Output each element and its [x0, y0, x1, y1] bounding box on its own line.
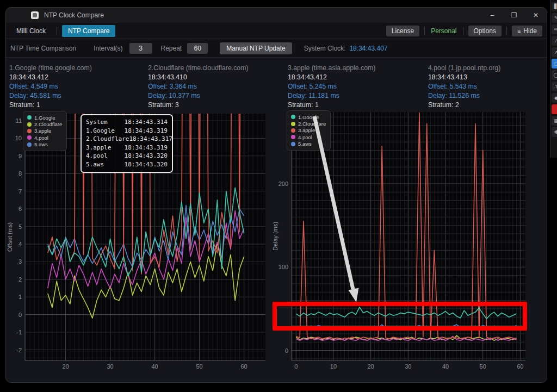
tooltip-time: 18:34:43.317 [129, 135, 172, 144]
tab-milli-clock[interactable]: Milli Clock [10, 25, 52, 37]
legend-item[interactable]: 1.Google [291, 114, 326, 120]
y-tick-label: -1 [16, 329, 22, 335]
legend-item[interactable]: 2.Cloudflare [27, 121, 62, 127]
legend-color-dot [27, 122, 32, 127]
legend-color-dot [27, 135, 32, 140]
edge-tool-11[interactable]: ▦ [552, 116, 557, 126]
server-offset: Offset: 4.549 ms [9, 82, 92, 91]
desktop: NTP Clock Compare – ❐ ✕ Milli Clock NTP … [0, 0, 557, 392]
legend-item[interactable]: 4.pool [27, 134, 62, 141]
tooltip-time: 18:34:43.319 [125, 144, 168, 152]
x-tick-label: 0 [294, 363, 298, 370]
y-axis-title: Offset (ms) [7, 222, 13, 252]
y-tick-label: 10 [15, 135, 22, 141]
section-title: NTP Time Comparison [10, 45, 76, 52]
repeat-label: Repeat [161, 45, 182, 52]
server-card-cloudflare: 2.Cloudflare (time.cloudflare.com) 18:34… [148, 64, 249, 110]
server-name: 4.pool (1.jp.pool.ntp.org) [428, 64, 500, 73]
options-button[interactable]: Options [468, 26, 502, 36]
offset-chart-legend: 1.Google2.Cloudflare3.apple4.pool5.aws [23, 111, 67, 151]
edge-tool-10[interactable] [552, 104, 557, 114]
legend-color-dot [27, 129, 32, 133]
legend-label: 1.Google [298, 114, 319, 120]
legend-item[interactable]: 5.aws [27, 141, 62, 148]
legend-label: 5.aws [34, 141, 48, 147]
server-offset: Offset: 3.364 ms [148, 82, 249, 91]
tooltip-time: 18:34:43.320 [125, 152, 168, 160]
server-name: 3.apple (time.asia.apple.com) [288, 64, 375, 73]
edge-tool-6[interactable]: ▢ [552, 59, 557, 69]
tooltip-source: 3.apple [86, 144, 111, 152]
server-card-pool: 4.pool (1.jp.pool.ntp.org) 18:34:43.413 … [428, 64, 500, 110]
legend-item[interactable]: 3.apple [27, 128, 62, 134]
interval-input[interactable]: 3 [129, 43, 152, 54]
legend-item[interactable]: 5.aws [291, 141, 326, 147]
window-title: NTP Clock Compare [44, 11, 104, 19]
interval-label: Interval(s) [94, 45, 122, 52]
license-button[interactable]: License [386, 26, 419, 36]
maximize-button[interactable]: ❐ [503, 8, 525, 23]
x-tick-label: 20 [62, 363, 69, 370]
repeat-input[interactable]: 60 [187, 43, 208, 54]
edge-tool-12[interactable]: ✚ [552, 127, 557, 137]
legend-item[interactable]: 1.Google [27, 114, 62, 121]
close-button[interactable]: ✕ [525, 8, 547, 23]
y-tick-label: 1 [18, 294, 22, 300]
legend-label: 3.apple [34, 128, 51, 134]
tooltip-source: System [86, 118, 108, 127]
edge-tool-5[interactable]: ↗ [552, 47, 557, 57]
legend-label: 4.pool [34, 135, 48, 141]
legend-label: 5.aws [298, 141, 312, 147]
tooltip-source: 4.pool [86, 152, 108, 160]
tooltip-time: 18:34:43.320 [125, 160, 168, 169]
manual-ntp-update-button[interactable]: Manual NTP Update [220, 42, 292, 54]
personal-label[interactable]: Personal [430, 27, 457, 35]
clock-readings-tooltip: System18:34:43.314 1.Google18:34:43.319 … [81, 114, 173, 173]
legend-label: 4.pool [298, 134, 312, 140]
legend-color-dot [291, 142, 295, 146]
y-tick-label: 5 [18, 223, 22, 230]
y-tick-label: 8 [18, 170, 22, 177]
server-time: 18:34:43.413 [428, 73, 500, 82]
edge-tool-8[interactable]: T [552, 82, 557, 91]
server-delay: Delay: 45.581 ms [9, 91, 92, 101]
legend-label: 2.Cloudflare [34, 121, 62, 127]
edge-tool-7[interactable]: ◯ [552, 70, 557, 80]
server-time: 18:34:43.412 [9, 73, 92, 82]
legend-color-dot [291, 115, 295, 119]
x-tick-label: 30 [107, 363, 114, 370]
x-tick-label: 20 [367, 363, 374, 370]
server-delay: Delay: 11.526 ms [428, 91, 500, 101]
minimize-button[interactable]: – [481, 8, 503, 23]
edge-tool-4[interactable]: ∕ [552, 36, 557, 46]
y-tick-label: 6 [18, 206, 22, 212]
server-offset: Offset: 5.543 ms [428, 82, 500, 91]
ntp-toolbar: NTP Time Comparison Interval(s) 3 Repeat… [6, 40, 547, 58]
edge-tool-9[interactable]: ◆ [552, 93, 557, 103]
x-tick-label: 10 [330, 363, 337, 370]
legend-label: 1.Google [34, 115, 55, 121]
x-tick-label: 50 [480, 363, 486, 370]
legend-color-dot [291, 128, 295, 133]
hide-button[interactable]: ≡Hide [512, 26, 542, 36]
legend-color-dot [27, 142, 32, 147]
legend-item[interactable]: 2.Cloudflare [291, 120, 326, 127]
edge-tool-3[interactable]: ✏ [552, 24, 557, 34]
y-tick-label: 0 [285, 347, 288, 354]
x-tick-label: 50 [196, 363, 203, 370]
divider [506, 27, 507, 35]
server-card-google: 1.Google (time.google.com) 18:34:43.412 … [9, 64, 92, 110]
legend-item[interactable]: 4.pool [291, 134, 326, 140]
edge-tool-1[interactable]: ▋ [552, 2, 557, 11]
legend-label: 3.apple [298, 127, 315, 133]
server-name: 2.Cloudflare (time.cloudflare.com) [148, 64, 249, 73]
y-tick-label: 11 [16, 117, 22, 124]
edge-tool-2[interactable]: ✎ [552, 13, 557, 23]
tooltip-time: 18:34:43.319 [125, 127, 168, 135]
tab-ntp-compare[interactable]: NTP Compare [62, 25, 115, 37]
x-tick-label: 60 [241, 363, 247, 370]
y-tick-label: 9 [18, 153, 22, 159]
legend-item[interactable]: 3.apple [291, 127, 326, 134]
y-tick-label: 0 [18, 312, 22, 318]
server-name: 1.Google (time.google.com) [9, 64, 92, 73]
